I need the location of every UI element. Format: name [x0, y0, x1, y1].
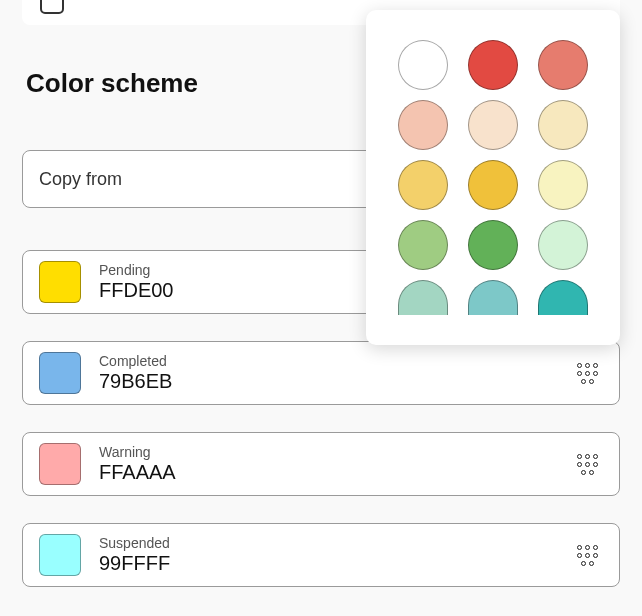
color-row-suspended[interactable]: Suspended 99FFFF [22, 523, 620, 587]
color-picker-grid [388, 40, 598, 330]
color-swatch[interactable] [39, 443, 81, 485]
picker-color-option[interactable] [468, 40, 518, 90]
color-swatch[interactable] [39, 261, 81, 303]
picker-color-option[interactable] [398, 160, 448, 210]
picker-color-option[interactable] [398, 100, 448, 150]
picker-color-option[interactable] [538, 40, 588, 90]
color-swatch[interactable] [39, 352, 81, 394]
picker-color-option[interactable] [538, 100, 588, 150]
color-name: Warning [99, 444, 176, 460]
picker-color-option[interactable] [538, 220, 588, 270]
color-text: Pending FFDE00 [99, 262, 173, 301]
picker-color-option[interactable] [468, 160, 518, 210]
checkbox-outline-icon [40, 0, 64, 14]
color-text: Suspended 99FFFF [99, 535, 170, 574]
picker-color-option[interactable] [538, 160, 588, 210]
picker-color-option[interactable] [468, 220, 518, 270]
color-picker-button[interactable] [571, 360, 603, 386]
color-hex: FFDE00 [99, 279, 173, 302]
section-title: Color scheme [26, 68, 198, 99]
copy-from-label: Copy from [39, 169, 122, 190]
picker-color-option[interactable] [398, 280, 448, 315]
color-row-completed[interactable]: Completed 79B6EB [22, 341, 620, 405]
color-name: Pending [99, 262, 173, 278]
color-hex: FFAAAA [99, 461, 176, 484]
picker-color-option[interactable] [468, 100, 518, 150]
color-picker-button[interactable] [571, 451, 603, 477]
color-text: Completed 79B6EB [99, 353, 172, 392]
picker-color-option[interactable] [398, 220, 448, 270]
color-swatch[interactable] [39, 534, 81, 576]
color-picker-popover [366, 10, 620, 345]
color-name: Suspended [99, 535, 170, 551]
picker-color-option[interactable] [538, 280, 588, 315]
picker-color-option[interactable] [398, 40, 448, 90]
color-hex: 79B6EB [99, 370, 172, 393]
color-hex: 99FFFF [99, 552, 170, 575]
color-text: Warning FFAAAA [99, 444, 176, 483]
color-row-warning[interactable]: Warning FFAAAA [22, 432, 620, 496]
color-picker-button[interactable] [571, 542, 603, 568]
picker-color-option[interactable] [468, 280, 518, 315]
color-name: Completed [99, 353, 172, 369]
